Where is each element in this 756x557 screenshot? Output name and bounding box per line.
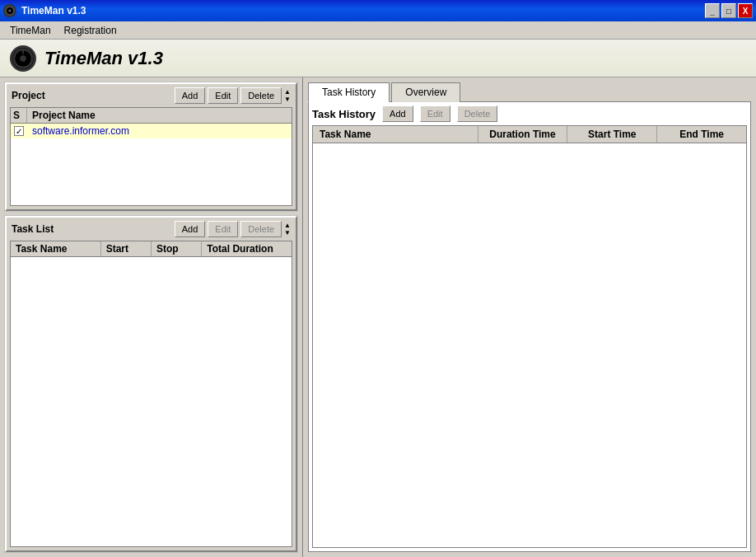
- project-section-header: Project Add Edit Delete ▲ ▼: [7, 84, 296, 107]
- app-title: TimeMan v1.3: [44, 48, 163, 69]
- project-section: Project Add Edit Delete ▲ ▼ S Project Na…: [5, 82, 297, 211]
- tasklist-section-buttons: Add Edit Delete ▲ ▼: [175, 221, 291, 237]
- checkbox-checked: ✓: [14, 126, 24, 136]
- menubar: TimeMan Registration: [0, 21, 756, 40]
- titlebar-title: TimeMan v1.3: [21, 5, 86, 16]
- app-icon: [3, 4, 16, 17]
- project-row-name: software.informer.com: [27, 124, 292, 138]
- task-history-inner-header: Task History Add Edit Delete: [312, 105, 747, 122]
- project-delete-button[interactable]: Delete: [240, 87, 282, 104]
- tasklist-table-body: [11, 257, 292, 422]
- svg-point-3: [20, 55, 26, 61]
- task-history-table-body: [312, 143, 747, 548]
- project-col-name: Project Name: [27, 108, 292, 123]
- main-content: Project Add Edit Delete ▲ ▼ S Project Na…: [0, 77, 756, 557]
- task-history-add-button[interactable]: Add: [382, 105, 413, 122]
- project-add-button[interactable]: Add: [175, 87, 206, 104]
- tasklist-table-header: Task Name Start Stop Total Duration: [11, 241, 292, 257]
- task-history-panel: Task History Add Edit Delete Task Name D…: [308, 101, 751, 552]
- tasklist-sort-arrows: ▲ ▼: [284, 222, 291, 236]
- close-button[interactable]: X: [738, 3, 753, 18]
- tab-overview[interactable]: Overview: [391, 82, 460, 102]
- project-section-title: Project: [12, 90, 45, 101]
- svg-point-1: [8, 9, 11, 12]
- menu-registration[interactable]: Registration: [58, 23, 124, 38]
- sort-up-icon[interactable]: ▲: [284, 89, 291, 96]
- tasklist-col-start: Start: [101, 241, 152, 256]
- project-table-header: S Project Name: [11, 108, 292, 124]
- titlebar: TimeMan v1.3 _ □ X: [0, 0, 756, 21]
- sort-down-icon[interactable]: ▼: [284, 96, 291, 103]
- task-history-edit-button[interactable]: Edit: [420, 105, 450, 122]
- menu-timeman[interactable]: TimeMan: [3, 23, 58, 38]
- titlebar-buttons: _ □ X: [705, 3, 753, 18]
- th-col-start-time: Start Time: [567, 126, 657, 143]
- tasklist-col-stop: Stop: [152, 241, 202, 256]
- tasklist-table: Task Name Start Stop Total Duration: [10, 241, 292, 547]
- project-edit-button[interactable]: Edit: [208, 87, 238, 104]
- maximize-button[interactable]: □: [721, 3, 736, 18]
- th-col-end-time: End Time: [657, 126, 746, 143]
- minimize-button[interactable]: _: [705, 3, 720, 18]
- project-table-body: ✓ software.informer.com: [11, 124, 292, 190]
- tasklist-sort-down-icon[interactable]: ▼: [284, 230, 291, 236]
- tasklist-sort-up-icon[interactable]: ▲: [284, 222, 291, 229]
- tasklist-col-duration: Total Duration: [202, 241, 292, 256]
- titlebar-left: TimeMan v1.3: [3, 4, 86, 17]
- task-history-table-header: Task Name Duration Time Start Time End T…: [312, 125, 747, 143]
- project-row-checkbox[interactable]: ✓: [11, 124, 27, 138]
- project-sort-arrows: ▲ ▼: [284, 89, 291, 103]
- tab-task-history[interactable]: Task History: [308, 82, 390, 102]
- project-row[interactable]: ✓ software.informer.com: [11, 124, 292, 138]
- tasklist-section-title: Task List: [12, 223, 54, 235]
- tasklist-add-button[interactable]: Add: [175, 221, 206, 237]
- app-header: TimeMan v1.3: [0, 40, 756, 77]
- tab-bar: Task History Overview: [308, 82, 751, 102]
- tasklist-col-name: Task Name: [11, 241, 101, 256]
- th-col-duration-time: Duration Time: [478, 126, 568, 143]
- app-logo: [10, 45, 36, 72]
- project-table: S Project Name ✓ software.informer.com: [10, 107, 292, 206]
- right-panel: Task History Overview Task History Add E…: [303, 77, 756, 557]
- tasklist-section: Task List Add Edit Delete ▲ ▼ Task Name …: [5, 216, 297, 552]
- tasklist-section-header: Task List Add Edit Delete ▲ ▼: [7, 218, 296, 241]
- project-section-buttons: Add Edit Delete ▲ ▼: [175, 87, 291, 104]
- tasklist-edit-button[interactable]: Edit: [208, 221, 238, 237]
- task-history-panel-title: Task History: [312, 108, 376, 120]
- project-col-s: S: [11, 108, 27, 123]
- left-panel: Project Add Edit Delete ▲ ▼ S Project Na…: [0, 77, 303, 557]
- tasklist-delete-button[interactable]: Delete: [240, 221, 282, 237]
- th-col-task-name: Task Name: [313, 126, 478, 143]
- task-history-delete-button[interactable]: Delete: [457, 105, 498, 122]
